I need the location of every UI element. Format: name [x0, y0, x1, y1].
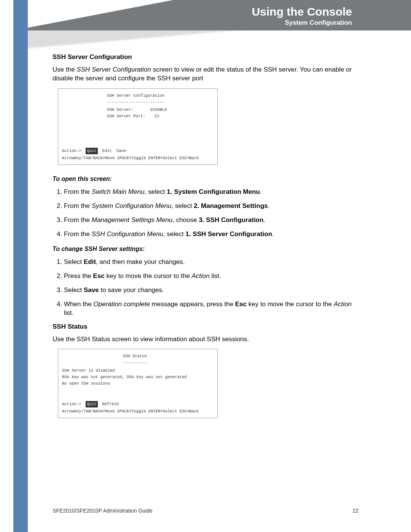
section-intro-ssh-status: Use the SSH Status screen to view inform… — [53, 335, 358, 344]
console-action-line: Action-> Quit Edit Save — [62, 148, 213, 154]
subheading-open-screen: To open this screen: — [53, 176, 358, 182]
step: From the Switch Main Menu, select 1. Sys… — [64, 188, 358, 197]
console-divider: ---------- — [123, 359, 213, 366]
step: Select Save to save your changes. — [64, 286, 358, 295]
console-line: RSA key was not generated, DSA key was n… — [62, 374, 213, 380]
console-action-prefix: Action-> — [62, 401, 81, 407]
console-hint: ArrowKey/TAB/BACK=Move SPACE=Toggle ENTE… — [62, 408, 213, 415]
side-accent-bar — [13, 0, 28, 532]
console-action-line: Action-> Quit Refresh — [62, 401, 213, 407]
console-action-save: Save — [116, 148, 126, 154]
subheading-change-settings: To change SSH Server settings: — [53, 246, 358, 252]
console-action-prefix: Action-> — [62, 148, 81, 154]
console-hint: ArrowKey/TAB/BACK=Move SPACE=Toggle ENTE… — [62, 155, 213, 161]
console-action-refresh: Refresh — [102, 401, 119, 407]
footer-page-number: 22 — [352, 508, 358, 514]
footer-guide-name: SFE2010/SFE2010P Administration Guide — [53, 508, 153, 514]
page-subtitle: System Configuration — [285, 19, 352, 27]
page-header-banner: Using the Console System Configuration — [13, 0, 411, 46]
console-body: SSH Server is disabled RSA key was not g… — [62, 367, 213, 390]
document-page: Using the Console System Configuration S… — [0, 0, 411, 532]
page-title: Using the Console — [252, 5, 352, 18]
page-footer: SFE2010/SFE2010P Administration Guide 22 — [53, 508, 358, 514]
console-action-selected: Quit — [86, 401, 97, 407]
console-screenshot-ssh-config: SSH Server Configuration ---------------… — [58, 88, 218, 165]
step: From the SSH Configuration Menu, select … — [64, 230, 358, 239]
console-screenshot-ssh-status: SSH Status ---------- SSH Server is disa… — [58, 349, 218, 418]
console-value: DISABLE — [150, 107, 167, 113]
banner-diagonal-cut — [13, 0, 173, 30]
section-intro-ssh-config: Use the SSH Server Configuration screen … — [53, 66, 358, 83]
step: Select Edit, and then make your changes. — [64, 258, 358, 267]
console-label: SSH Server Port: — [107, 113, 145, 120]
steps-change-settings: Select Edit, and then make your changes.… — [53, 258, 358, 318]
console-title: SSH Status — [123, 353, 213, 359]
section-heading-ssh-config: SSH Server Configuration — [53, 53, 358, 61]
console-line: SSH Server is disabled — [62, 367, 213, 374]
console-row-ssh-server: SSH Server: DISABLE — [107, 107, 213, 113]
console-row-ssh-port: SSH Server Port: 22 — [107, 113, 213, 120]
console-title: SSH Server Configuration — [107, 93, 213, 99]
console-action-edit: Edit — [102, 148, 112, 154]
step: Press the Esc key to move the cursor to … — [64, 272, 358, 281]
console-value: 22 — [155, 113, 159, 120]
console-label: SSH Server: — [107, 107, 141, 113]
step: From the System Configuration Menu, sele… — [64, 202, 358, 211]
console-action-selected: Quit — [86, 148, 97, 154]
banner-shadow — [13, 30, 411, 50]
steps-open-screen: From the Switch Main Menu, select 1. Sys… — [53, 188, 358, 239]
section-heading-ssh-status: SSH Status — [53, 323, 358, 331]
console-divider: ------------------------ — [107, 99, 213, 105]
step: From the Management Settings Menu, choos… — [64, 216, 358, 225]
page-content: SSH Server Configuration Use the SSH Ser… — [53, 53, 358, 429]
console-body: SSH Server: DISABLE SSH Server Port: 22 — [62, 107, 213, 137]
step: When the Operation complete message appe… — [64, 300, 358, 318]
console-line: No open SSH sessions — [62, 380, 213, 387]
